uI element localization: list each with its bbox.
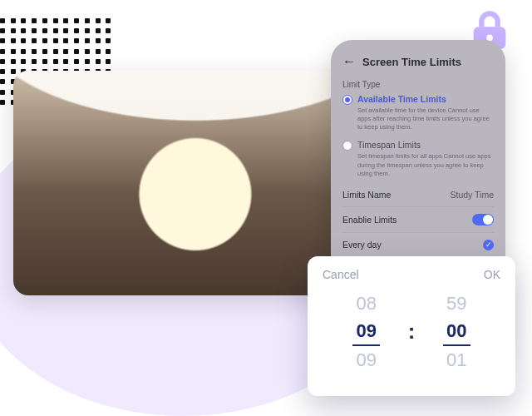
minute-next: 01	[446, 346, 466, 374]
option-label: Available Time Limits	[357, 94, 446, 104]
hour-wheel[interactable]: 08 09 09	[340, 290, 393, 374]
radio-unselected-icon	[342, 141, 352, 151]
row-limits-name[interactable]: Limits Name Study Time	[342, 186, 494, 206]
time-colon: :	[408, 319, 416, 344]
check-selected-icon: ✓	[483, 240, 494, 250]
minute-wheel[interactable]: 59 00 01	[430, 290, 483, 374]
page-title: Screen Time Limits	[362, 56, 461, 68]
row-label: Every day	[342, 240, 382, 250]
option-available-time-limits[interactable]: Available Time Limits	[342, 94, 494, 105]
radio-selected-icon	[342, 95, 352, 105]
option-description: Set available time for the device.Cannot…	[357, 106, 494, 131]
row-label: Enablie Limits	[342, 215, 397, 225]
hour-selected: 09	[352, 317, 379, 346]
hour-prev: 08	[356, 290, 376, 317]
hero-photo	[13, 71, 344, 295]
section-limit-type: Limit Type	[342, 80, 494, 89]
option-label: Timespan Limits	[357, 140, 421, 150]
option-timespan-limits[interactable]: Timespan Limits	[342, 140, 494, 151]
time-picker: Cancel OK 08 09 09 : 59 00 01	[308, 256, 515, 396]
toggle-on-icon[interactable]	[472, 214, 494, 225]
cancel-button[interactable]: Cancel	[323, 268, 359, 281]
ok-button[interactable]: OK	[484, 268, 500, 281]
minute-selected: 00	[443, 317, 470, 346]
hour-next: 09	[356, 346, 376, 374]
row-every-day[interactable]: Every day ✓	[342, 232, 494, 257]
row-value: Study Time	[450, 190, 494, 200]
back-icon[interactable]: ←	[342, 55, 356, 68]
row-label: Limits Name	[342, 190, 391, 200]
option-description: Set timespan limits for all apps.Cannot …	[357, 152, 494, 177]
row-enable-limits[interactable]: Enablie Limits	[342, 206, 494, 232]
minute-prev: 59	[446, 290, 466, 317]
